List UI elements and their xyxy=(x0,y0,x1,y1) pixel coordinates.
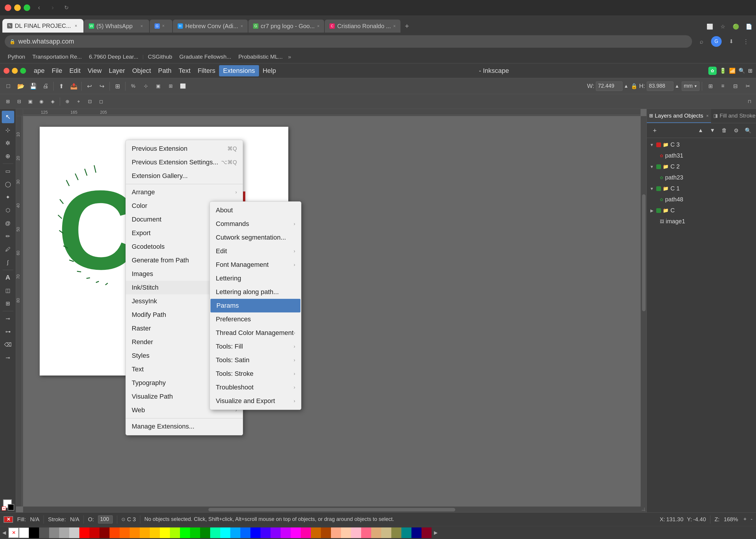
nav-refresh-btn[interactable]: ↻ xyxy=(62,3,71,12)
layer-image1[interactable]: 🖼 image1 xyxy=(647,216,756,227)
menu-text[interactable]: Text xyxy=(175,65,194,76)
browser-download-btn[interactable]: ⬇ xyxy=(726,36,736,47)
zoom-in-btn[interactable]: + xyxy=(743,516,746,522)
bookmark-transportation[interactable]: Transportation Re... xyxy=(29,52,85,61)
color-khaki[interactable] xyxy=(381,527,391,538)
browser-tab-hebrew[interactable]: H Hebrew Conv (Adi... × xyxy=(173,20,248,33)
minimize-traffic-light[interactable] xyxy=(14,4,21,11)
color-lime[interactable] xyxy=(170,527,180,538)
spray-tool[interactable]: ⊶ xyxy=(2,326,14,338)
close-traffic-light[interactable] xyxy=(5,4,11,11)
is-troubleshoot-btn[interactable]: Troubleshoot› xyxy=(210,381,301,394)
tab-close-google1[interactable]: × xyxy=(162,23,168,29)
color-d3[interactable] xyxy=(59,527,69,538)
layer-c[interactable]: ▶ 📁 C xyxy=(647,205,756,216)
scrollbar-vertical[interactable] xyxy=(641,116,647,506)
new-tab-button[interactable]: + xyxy=(400,20,414,33)
is-toolssatin-btn[interactable]: Tools: Satin› xyxy=(210,353,301,367)
color-navy[interactable] xyxy=(411,527,422,538)
layers-tab-close[interactable]: × xyxy=(706,114,709,118)
eraser-tool[interactable]: ⌫ xyxy=(2,339,14,351)
color-spring[interactable] xyxy=(210,527,220,538)
snap-bbox-btn[interactable]: ▣ xyxy=(152,80,164,92)
color-pink[interactable] xyxy=(301,527,311,538)
layer-c-expand[interactable]: ▶ xyxy=(649,208,654,213)
browser-search-btn[interactable]: ⌕ xyxy=(696,36,707,47)
snap-t3[interactable]: ▣ xyxy=(25,96,35,107)
layer-path48[interactable]: ✿ path48 xyxy=(647,194,756,205)
opacity-value[interactable]: 100 xyxy=(98,515,113,524)
gradient-tool[interactable]: ◫ xyxy=(2,284,14,297)
color-olive[interactable] xyxy=(391,527,401,538)
address-text[interactable]: web.whatsapp.com xyxy=(18,38,687,45)
is-edit-btn[interactable]: Edit› xyxy=(210,244,301,258)
ext-prev-ext-settings-btn[interactable]: Previous Extension Settings... ⌥⌘Q xyxy=(126,155,243,169)
redo-btn[interactable]: ↪ xyxy=(96,80,108,92)
browser-tab-cr7[interactable]: G cr7 png logo - Goo... × xyxy=(248,20,324,33)
undo-btn[interactable]: ↩ xyxy=(84,80,95,92)
palette-scroll-right[interactable]: ▶ xyxy=(432,526,440,539)
spiral-tool[interactable]: @ xyxy=(2,217,14,230)
nav-forward-btn[interactable]: › xyxy=(48,3,57,12)
is-fontmgmt-btn[interactable]: Font Management› xyxy=(210,258,301,271)
circle-tool[interactable]: ◯ xyxy=(2,178,14,191)
bookmark-csgithub[interactable]: CSGithub xyxy=(145,52,175,61)
color-purple1[interactable] xyxy=(271,527,281,538)
is-cutwork-btn[interactable]: Cutwork segmentation... xyxy=(210,231,301,244)
save-btn[interactable]: 💾 xyxy=(27,80,39,92)
maximize-traffic-light[interactable] xyxy=(24,4,30,11)
color-amber[interactable] xyxy=(140,527,150,538)
color-teal[interactable] xyxy=(401,527,411,538)
coord-h-stepper-up[interactable]: ▲ xyxy=(675,84,679,89)
color-skin[interactable] xyxy=(341,527,351,538)
color-sky[interactable] xyxy=(230,527,241,538)
menu-help[interactable]: Help xyxy=(259,65,279,76)
color-red1[interactable] xyxy=(79,527,89,538)
browser-pdf-btn[interactable]: 📄 xyxy=(744,22,754,32)
snap-t4[interactable]: ◉ xyxy=(36,96,47,107)
export-btn[interactable]: 📤 xyxy=(68,80,80,92)
color-magenta[interactable] xyxy=(291,527,301,538)
import-btn[interactable]: ⬆ xyxy=(55,80,67,92)
color-maroon[interactable] xyxy=(422,527,432,538)
layer-path23[interactable]: ✿ path23 xyxy=(647,172,756,183)
text-tool[interactable]: A xyxy=(2,271,14,284)
color-red2[interactable] xyxy=(89,527,100,538)
align-btn[interactable]: ≡ xyxy=(717,80,729,92)
inkscape-maximize-btn[interactable] xyxy=(20,68,26,74)
inkscape-close-btn[interactable] xyxy=(4,68,10,74)
browser-bookmark-btn[interactable]: ☆ xyxy=(718,22,727,32)
is-toolsfill-btn[interactable]: Tools: Fill› xyxy=(210,340,301,353)
menu-object[interactable]: Object xyxy=(128,65,155,76)
color-yellow1[interactable] xyxy=(150,527,160,538)
menu-path[interactable]: Path xyxy=(155,65,175,76)
corner-handle[interactable]: ⊓ xyxy=(745,98,754,106)
color-orange2[interactable] xyxy=(119,527,130,538)
sys-search[interactable]: 🔍 xyxy=(738,67,745,74)
snap-enable-btn[interactable]: % xyxy=(127,80,139,92)
menu-filters[interactable]: Filters xyxy=(194,65,219,76)
menu-edit[interactable]: Edit xyxy=(66,65,84,76)
distribute-btn[interactable]: ⊟ xyxy=(729,80,741,92)
menu-view[interactable]: View xyxy=(84,65,105,76)
tab-close-cr7[interactable]: × xyxy=(317,24,319,29)
fill-x-icon[interactable]: ✕ xyxy=(4,516,13,523)
color-brown[interactable] xyxy=(311,527,321,538)
coord-h-input[interactable]: 83.988 xyxy=(647,81,673,91)
layer-c1-expand[interactable]: ▼ xyxy=(649,186,654,191)
is-prefs-btn[interactable]: Preferences xyxy=(210,312,301,326)
browser-tab-whatsapp[interactable]: W (5) WhatsApp × xyxy=(84,20,149,33)
menu-extensions[interactable]: Extensions xyxy=(219,65,259,76)
stroke-color-box[interactable] xyxy=(8,504,14,510)
ext-arrange-btn[interactable]: Arrange› xyxy=(126,186,243,199)
menu-ape[interactable]: ape xyxy=(30,65,48,76)
sys-icon-1[interactable]: ✿ xyxy=(708,67,717,75)
browser-cast-btn[interactable]: ⬜ xyxy=(705,22,715,32)
browser-tab-cristiano[interactable]: C Cristiano Ronaldo ... × xyxy=(325,20,400,33)
browser-tab-google1[interactable]: G × xyxy=(150,20,172,33)
rect-tool[interactable]: ▭ xyxy=(2,165,14,177)
browser-extension-btn[interactable]: 🟢 xyxy=(731,22,741,32)
layer-up-btn[interactable]: ▲ xyxy=(696,125,706,136)
coord-w-stepper-up[interactable]: ▲ xyxy=(624,84,628,89)
dropper-tool[interactable]: ⊸ xyxy=(2,312,14,325)
